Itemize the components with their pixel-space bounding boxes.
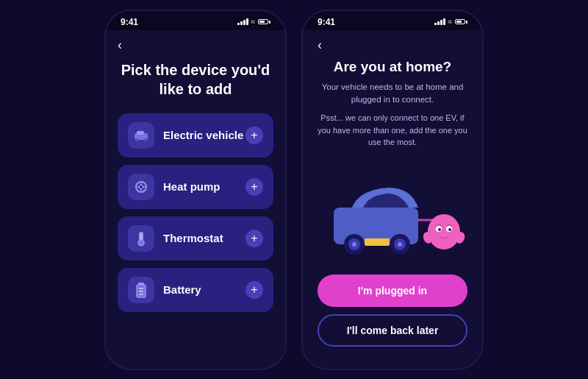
left-status-time: 9:41 — [121, 17, 138, 27]
thermostat-add-btn[interactable]: + — [245, 230, 263, 247]
svg-rect-10 — [139, 288, 143, 289]
left-status-icons: ≈ — [237, 18, 271, 26]
plugged-in-button[interactable]: I'm plugged in — [318, 274, 467, 307]
battery-status-icon — [455, 19, 467, 24]
battery-device-icon — [128, 277, 154, 303]
signal-icon — [237, 18, 248, 25]
battery-label: Battery — [163, 283, 201, 296]
svg-point-3 — [144, 138, 147, 141]
heat-pump-add-btn[interactable]: + — [245, 178, 263, 196]
signal-icon — [434, 18, 445, 25]
electric-vehicle-icon — [128, 122, 154, 149]
action-buttons: I'm plugged in I'll come back later — [318, 274, 467, 354]
device-item-thermostat[interactable]: Thermostat + — [118, 216, 273, 261]
device-item-left: Electric vehicle — [128, 122, 243, 149]
right-back-button[interactable]: ‹ — [318, 38, 322, 53]
left-phone: 9:41 ≈ ‹ Pick the d — [104, 10, 287, 370]
question-note: Psst... we can only connect to one EV, i… — [318, 112, 467, 149]
right-status-time: 9:41 — [318, 17, 335, 27]
electric-vehicle-label: Electric vehicle — [163, 129, 243, 141]
battery-add-btn[interactable]: + — [245, 281, 263, 299]
thermostat-label: Thermostat — [163, 232, 223, 244]
device-item-left: Battery — [128, 277, 201, 303]
left-phone-content: ‹ Pick the device you'd like to add — [106, 30, 285, 361]
heat-pump-label: Heat pump — [163, 180, 220, 193]
thermostat-icon — [128, 225, 154, 252]
svg-rect-12 — [139, 294, 143, 295]
heat-pump-icon — [128, 174, 154, 200]
car-svg: ⚡ — [319, 167, 466, 263]
wifi-icon: ≈ — [251, 18, 256, 26]
svg-point-16 — [352, 242, 356, 247]
wifi-icon: ≈ — [448, 18, 453, 26]
right-phone-content: ‹ Are you at home? Your vehicle needs to… — [303, 30, 482, 361]
svg-rect-20 — [365, 238, 390, 246]
svg-rect-1 — [137, 131, 144, 135]
screens-container: 9:41 ≈ ‹ Pick the d — [104, 10, 484, 370]
svg-point-19 — [398, 242, 402, 247]
device-item-battery[interactable]: Battery + — [118, 268, 273, 312]
device-item-electric-vehicle[interactable]: Electric vehicle + — [118, 113, 273, 157]
battery-status-icon — [258, 19, 270, 24]
come-back-later-button[interactable]: I'll come back later — [318, 314, 467, 347]
svg-point-28 — [438, 228, 441, 231]
svg-point-6 — [138, 240, 144, 246]
device-list: Electric vehicle + — [118, 113, 273, 312]
svg-point-2 — [136, 138, 139, 141]
device-item-heat-pump[interactable]: Heat pump + — [118, 165, 273, 209]
left-status-bar: 9:41 ≈ — [106, 11, 285, 30]
electric-vehicle-add-btn[interactable]: + — [245, 127, 263, 144]
question-subtitle: Your vehicle needs to be at home and plu… — [318, 81, 467, 107]
svg-point-25 — [428, 214, 460, 249]
svg-rect-11 — [139, 291, 143, 292]
device-item-left: Heat pump — [128, 174, 220, 200]
right-status-bar: 9:41 ≈ — [303, 11, 482, 30]
page-title: Pick the device you'd like to add — [118, 60, 273, 99]
question-title: Are you at home? — [334, 59, 451, 75]
left-back-button[interactable]: ‹ — [118, 38, 135, 53]
car-illustration: ⚡ — [318, 156, 467, 274]
device-item-left: Thermostat — [128, 225, 223, 252]
right-phone: 9:41 ≈ ‹ Are you at home? — [301, 10, 484, 370]
svg-point-29 — [448, 228, 451, 231]
right-status-icons: ≈ — [434, 18, 468, 26]
svg-rect-7 — [140, 234, 142, 239]
